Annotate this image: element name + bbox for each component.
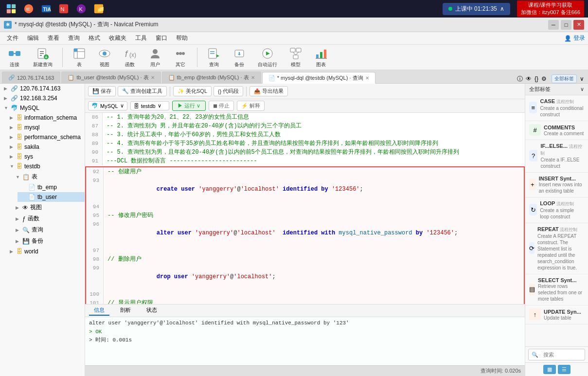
repeat-desc: Create A REPEAT construct. The Statement…: [537, 233, 584, 271]
menu-favorites[interactable]: 收藏夹: [105, 33, 130, 43]
sidebar-db-sakila[interactable]: ▶ 🗄 sakila: [6, 142, 85, 152]
right-item-select[interactable]: ▤ SELECT Synt... Retrieve rows selected …: [525, 274, 588, 305]
chevron-down-icon[interactable]: ∨: [580, 75, 584, 82]
tab-0[interactable]: 🔗 120.76.174.163: [2, 72, 60, 83]
settings-icon[interactable]: ⚙: [541, 75, 547, 82]
menu-file[interactable]: 文件: [3, 33, 22, 43]
right-item-loop[interactable]: ↻ LOOP 流程控制 Create a simple loop constru…: [525, 197, 588, 223]
tab-2-close[interactable]: ✕: [251, 75, 255, 80]
taskbar-clock[interactable]: 上课中 01:21:35 ∧: [443, 3, 510, 15]
menu-format[interactable]: 格式: [85, 33, 104, 43]
taskbar-icon-4[interactable]: N: [56, 1, 71, 16]
eye-icon[interactable]: 👁: [526, 75, 532, 82]
function-icon: f(x): [123, 47, 137, 60]
db2-icon: 🗄: [134, 103, 139, 109]
toolbar-view[interactable]: 视图: [94, 45, 115, 70]
run-button[interactable]: ▶ 运行 ∨: [172, 101, 206, 111]
toolbar-autorun[interactable]: 自动运行: [254, 45, 281, 70]
sidebar-mysql[interactable]: ▼ 🐬 MySQL: [0, 103, 85, 113]
taskbar-icon-3[interactable]: TIA: [39, 1, 53, 16]
close-button[interactable]: ✕: [573, 20, 584, 30]
tab-3[interactable]: 📄 * mysql-dql @testdb (MySQL) · 查询 ✕: [262, 72, 375, 84]
menu-tools[interactable]: 工具: [131, 33, 151, 43]
select-desc: Retrieve rows selected from one or more …: [538, 283, 584, 302]
maximize-button[interactable]: □: [561, 20, 571, 30]
login-link[interactable]: 👤 登录: [564, 34, 585, 42]
explain-button[interactable]: ⚡ 解释: [237, 101, 265, 111]
select-icon: ▤: [529, 284, 535, 295]
sidebar-queries[interactable]: ▶ 🔍 查询: [12, 224, 85, 235]
code-snippet-button[interactable]: {} 代码段: [214, 86, 243, 96]
taskbar-icon-5[interactable]: K: [74, 1, 89, 16]
tab-1[interactable]: 📋 tb_user @testdb (MySQL) · 表 ✕: [61, 72, 160, 83]
tag-label[interactable]: 全部标签: [552, 74, 577, 83]
taskbar-icon-1[interactable]: [4, 1, 18, 16]
menu-query[interactable]: 查询: [64, 33, 84, 43]
menu-help[interactable]: 帮助: [172, 33, 192, 43]
info-tab-status[interactable]: 状态: [142, 305, 162, 316]
svg-rect-0: [7, 4, 11, 8]
svg-text:N: N: [61, 6, 65, 12]
toolbar-chart[interactable]: 图表: [310, 45, 332, 70]
toolbar-new-query-label: 新建查询: [33, 61, 53, 68]
sidebar-db-world[interactable]: ▶ 🗄 world: [6, 247, 85, 256]
right-item-if-else[interactable]: ? IF...ELSE... 流程控制 Create a IF..ELSE co…: [525, 140, 588, 173]
sidebar-db-testdb[interactable]: ▼ 🗄 testdb: [6, 161, 85, 171]
right-item-comments[interactable]: # COMMENTS Create a comment: [525, 121, 588, 140]
code-editor[interactable]: 86 -- 1. 查询年龄为20、21、22、23岁的女性员工信息 87 -- …: [85, 113, 525, 304]
toolbar-new-query[interactable]: + 新建查询: [29, 45, 56, 70]
db-selector-1[interactable]: 🐬 MySQL ∨: [88, 101, 127, 110]
toolbar-connect[interactable]: 连接: [4, 45, 25, 70]
stop-button[interactable]: ◼ 停止: [209, 101, 234, 111]
sidebar-db-mysql[interactable]: ▶ 🗄 mysql: [6, 123, 85, 132]
sidebar-db-sys[interactable]: ▶ 🗄 sys: [6, 152, 85, 161]
sidebar-db-information-schema[interactable]: ▶ 🗄 information_schema: [6, 113, 85, 123]
code-icon[interactable]: {}: [535, 75, 538, 82]
sidebar-connection-1[interactable]: ▶ 🔗 120.76.174.163: [0, 84, 85, 93]
sidebar-tables[interactable]: ▼ 📋 表: [12, 171, 85, 182]
menu-view[interactable]: 查看: [44, 33, 63, 43]
tab-3-close[interactable]: ✕: [365, 75, 369, 81]
main-content: ▶ 🔗 120.76.174.163 ▶ 🔗 192.168.3.254 ▼ 🐬…: [0, 84, 588, 376]
right-item-insert[interactable]: + INSERT Synt... Insert new rows into an…: [525, 173, 588, 197]
right-item-repeat[interactable]: ⟳ REPEAT 流程控制 Create A REPEAT construct.…: [525, 223, 588, 274]
right-item-update[interactable]: ↑ UPDATE Syn... Update table: [525, 305, 588, 324]
sidebar-tb-emp[interactable]: 📄 tb_emp: [18, 182, 85, 192]
info-tab-info[interactable]: 信息: [89, 305, 109, 316]
info-icon[interactable]: ⓘ: [517, 75, 523, 83]
toolbar-function[interactable]: f(x) 函数: [119, 45, 141, 70]
sidebar-functions[interactable]: ▶ ƒ 函数: [12, 213, 85, 224]
taskbar-icon-6[interactable]: 📁: [91, 1, 106, 16]
toolbar-backup[interactable]: 备份: [229, 45, 250, 70]
toolbar-user[interactable]: 用户: [144, 45, 166, 70]
tab-2[interactable]: 📋 tb_emp @testdb (MySQL) · 表 ✕: [162, 72, 261, 83]
export-results-button[interactable]: 📤 导出结果: [249, 86, 288, 96]
menu-window[interactable]: 窗口: [152, 33, 171, 43]
beautify-sql-button[interactable]: ✨ 美化SQL: [173, 86, 212, 96]
sidebar-db-world-label: world: [24, 248, 38, 255]
sidebar-db-performance-schema[interactable]: ▶ 🗄 performance_schema: [6, 132, 85, 142]
query-creator-button[interactable]: 🔧 查询创建工具: [118, 86, 167, 96]
save-button[interactable]: 💾 保存: [88, 86, 116, 96]
toolbar-other[interactable]: 其它: [170, 45, 191, 70]
minimize-button[interactable]: ─: [548, 20, 559, 30]
tab-1-close[interactable]: ✕: [151, 75, 155, 80]
sidebar-views[interactable]: ▶ 👁 视图: [12, 202, 85, 213]
search-input[interactable]: [540, 350, 579, 359]
taskbar-icon-2[interactable]: IE: [21, 1, 36, 16]
menu-edit[interactable]: 编辑: [23, 33, 43, 43]
right-sidebar-chevron[interactable]: ∨: [580, 86, 584, 92]
sidebar-mysql-label: MySQL: [20, 105, 39, 111]
db-selector-2[interactable]: 🗄 testdb ∨: [130, 101, 169, 110]
connection-1-icon: 🔗: [11, 85, 18, 92]
sidebar-backups[interactable]: ▶ 💾 备份: [12, 235, 85, 247]
toolbar-query[interactable]: 查询: [203, 45, 225, 70]
sidebar-connection-2[interactable]: ▶ 🔗 192.168.3.254: [0, 93, 85, 103]
list-view-button[interactable]: ☰: [558, 365, 570, 374]
toolbar-table[interactable]: 表: [69, 45, 90, 70]
grid-view-button[interactable]: ▦: [543, 365, 556, 374]
toolbar-model[interactable]: 模型: [285, 45, 306, 70]
sidebar-tb-user[interactable]: 📄 tb_user: [18, 192, 85, 202]
right-item-case[interactable]: ≡ CASE 流程控制 Create a conditional constru…: [525, 95, 588, 121]
info-tab-profiling[interactable]: 剖析: [115, 305, 136, 316]
